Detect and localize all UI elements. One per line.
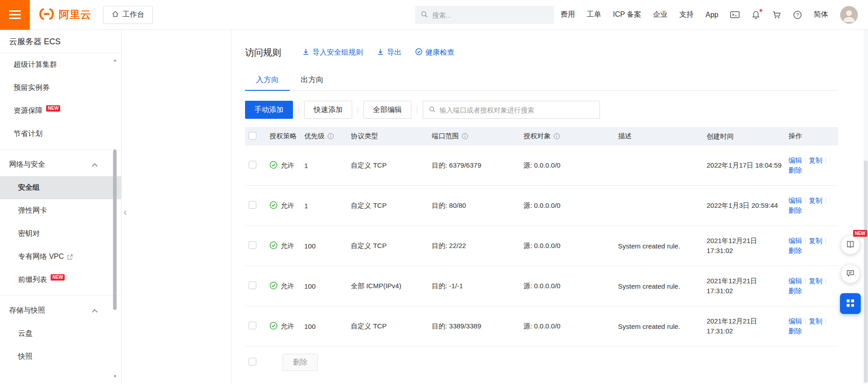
copy-link[interactable]: 复制 — [809, 237, 822, 245]
priority-value: 100 — [304, 282, 351, 290]
row-checkbox[interactable] — [249, 281, 256, 289]
panel-collapse-handle[interactable]: ‹ — [122, 202, 129, 222]
quick-add-button[interactable]: 快速添加 — [304, 101, 352, 119]
sidebar-item-snapshot[interactable]: 快照 — [0, 345, 121, 368]
edit-link[interactable]: 编辑 — [788, 237, 802, 245]
help-icon[interactable]: ? — [793, 10, 802, 19]
external-link-icon — [67, 254, 73, 260]
rule-search-input[interactable] — [439, 106, 594, 114]
port-value: 目的: 22/22 — [432, 242, 524, 250]
delete-link[interactable]: 删除 — [788, 247, 802, 255]
sidebar-nav: 超级计算集群 预留实例券 资源保障 NEW 节省计划 网络与安全 安全组 弹性网… — [0, 53, 121, 368]
tab-outbound[interactable]: 出方向 — [290, 70, 335, 91]
priority-value: 100 — [304, 242, 351, 250]
menu-support[interactable]: 支持 — [679, 10, 694, 19]
sidebar-scrollbar-thumb[interactable] — [113, 150, 117, 310]
info-icon[interactable] — [553, 133, 560, 140]
menu-billing[interactable]: 费用 — [561, 10, 575, 19]
sidebar-item-vpc[interactable]: 专有网络 VPC — [0, 245, 121, 268]
sidebar-item-security-groups[interactable]: 安全组 — [0, 176, 121, 199]
edit-link[interactable]: 编辑 — [788, 317, 802, 326]
notifications-icon[interactable] — [751, 10, 760, 19]
import-rules-label: 导入安全组规则 — [312, 48, 363, 57]
policy-value: 允许 — [281, 282, 294, 290]
info-icon[interactable] — [462, 133, 468, 140]
sidebar-item-label: 预留实例券 — [14, 83, 50, 93]
row-checkbox[interactable] — [249, 201, 256, 209]
edit-link[interactable]: 编辑 — [788, 277, 802, 286]
global-search[interactable] — [415, 6, 554, 24]
action-separator — [805, 197, 806, 204]
workbench-button[interactable]: 工作台 — [103, 6, 153, 24]
source-value: 源: 0.0.0.0/0 — [524, 161, 618, 170]
topbar: 阿里云 工作台 费用 工单 ICP 备案 企业 支持 App ? 简体 — [0, 0, 868, 30]
port-value: 目的: 80/80 — [432, 201, 524, 210]
health-check-link[interactable]: 健康检查 — [415, 48, 454, 57]
hamburger-menu-button[interactable] — [0, 0, 30, 30]
cloudshell-icon[interactable] — [730, 11, 740, 19]
manual-add-button[interactable]: 手动添加 — [245, 101, 293, 119]
feedback-float-button[interactable] — [841, 264, 860, 283]
delete-link[interactable]: 删除 — [788, 287, 802, 295]
row-checkbox[interactable] — [249, 322, 256, 329]
cart-icon[interactable] — [772, 10, 781, 19]
tab-inbound[interactable]: 入方向 — [245, 70, 290, 91]
scroll-down-arrow[interactable]: ▼ — [113, 374, 117, 379]
policy-value: 允许 — [281, 242, 294, 250]
sidebar-section-storage-snapshot[interactable]: 存储与快照 — [0, 299, 121, 322]
docs-float-button[interactable] — [841, 235, 860, 254]
sidebar-item-eni[interactable]: 弹性网卡 — [0, 199, 121, 222]
scroll-up-arrow[interactable]: ▲ — [113, 58, 117, 62]
menu-enterprise[interactable]: 企业 — [653, 10, 668, 19]
edit-all-button[interactable]: 全部编辑 — [363, 101, 411, 119]
menu-app[interactable]: App — [706, 11, 718, 19]
language-toggle[interactable]: 简体 — [814, 10, 828, 19]
copy-link[interactable]: 复制 — [809, 317, 822, 326]
copy-link[interactable]: 复制 — [809, 277, 822, 286]
select-all-checkbox[interactable] — [249, 132, 256, 140]
created-value: 2021年12月21日 17:31:02 — [707, 276, 788, 296]
page-scrollbar-thumb[interactable] — [864, 160, 868, 383]
info-icon[interactable] — [327, 133, 334, 140]
sidebar-item-supercomputing-cluster[interactable]: 超级计算集群 — [0, 53, 121, 76]
port-value: 目的: 6379/6379 — [432, 161, 524, 170]
alibaba-cloud-logo[interactable]: 阿里云 — [37, 7, 91, 22]
avatar[interactable] — [840, 6, 858, 24]
copy-link[interactable]: 复制 — [809, 197, 822, 205]
sidebar-section-network-security[interactable]: 网络与安全 — [0, 153, 121, 176]
batch-delete-button[interactable]: 删除 — [283, 354, 318, 371]
protocol-value: 全部 ICMP(IPv4) — [351, 282, 432, 290]
allow-check-icon — [269, 161, 278, 170]
allow-check-icon — [269, 322, 278, 331]
global-search-input[interactable] — [432, 11, 548, 19]
menu-tickets[interactable]: 工单 — [587, 10, 601, 19]
delete-link[interactable]: 删除 — [788, 206, 802, 215]
delete-link[interactable]: 删除 — [788, 166, 802, 175]
sidebar-item-resource-guarantee[interactable]: 资源保障 NEW — [0, 99, 121, 122]
page-scrollbar[interactable] — [863, 30, 868, 384]
sidebar-item-prefix-list[interactable]: 前缀列表 NEW — [0, 268, 121, 291]
copy-link[interactable]: 复制 — [809, 156, 822, 165]
sidebar-item-savings-plan[interactable]: 节省计划 — [0, 122, 121, 145]
sidebar-item-reserved-instances[interactable]: 预留实例券 — [0, 76, 121, 99]
delete-link[interactable]: 删除 — [788, 327, 802, 336]
import-rules-link[interactable]: 导入安全组规则 — [302, 48, 363, 57]
health-check-icon — [415, 48, 423, 57]
edit-link[interactable]: 编辑 — [788, 156, 802, 165]
apps-float-button[interactable] — [840, 293, 861, 314]
description-value: System created rule. — [618, 282, 707, 290]
sidebar-item-cloud-disk[interactable]: 云盘 — [0, 322, 121, 345]
row-checkbox[interactable] — [249, 161, 256, 169]
home-icon — [112, 10, 119, 19]
batch-select-checkbox[interactable] — [249, 358, 256, 365]
edit-link[interactable]: 编辑 — [788, 197, 802, 205]
new-badge: NEW — [46, 105, 60, 112]
created-value: 2022年1月17日 18:04:59 — [707, 160, 788, 170]
menu-icp[interactable]: ICP 备案 — [613, 10, 642, 19]
action-separator — [826, 157, 826, 164]
export-link[interactable]: 导出 — [377, 48, 401, 57]
rule-search[interactable] — [423, 101, 600, 119]
row-checkbox[interactable] — [249, 241, 256, 249]
table-header-row: 授权策略 优先级 协议类型 端口范围 授权对象 描述 创建时间 操作 — [245, 127, 838, 145]
sidebar-item-key-pairs[interactable]: 密钥对 — [0, 222, 121, 245]
